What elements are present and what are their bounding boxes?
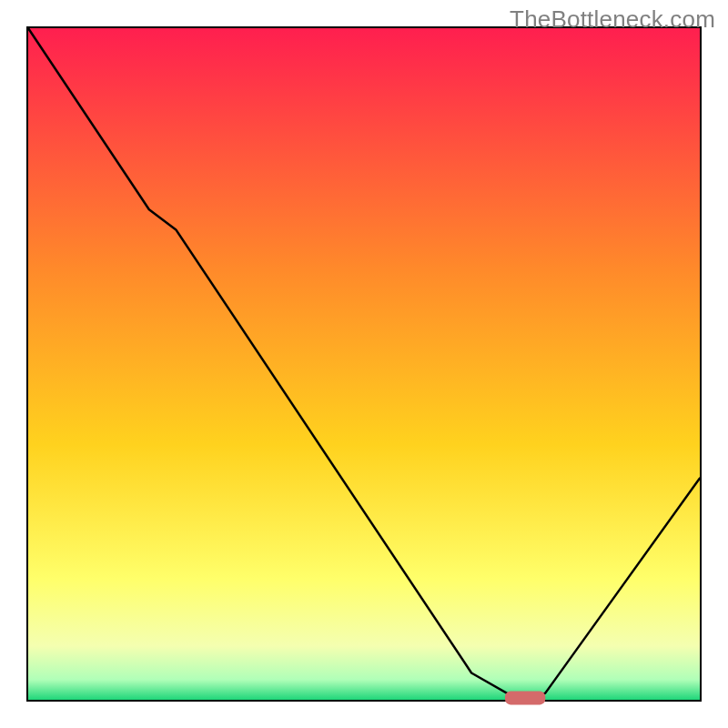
bottleneck-chart: TheBottleneck.com <box>0 0 728 728</box>
optimal-point-marker <box>505 692 545 705</box>
chart-svg <box>0 0 728 728</box>
plot-gradient-bg <box>28 28 700 700</box>
watermark-text: TheBottleneck.com <box>510 5 715 34</box>
